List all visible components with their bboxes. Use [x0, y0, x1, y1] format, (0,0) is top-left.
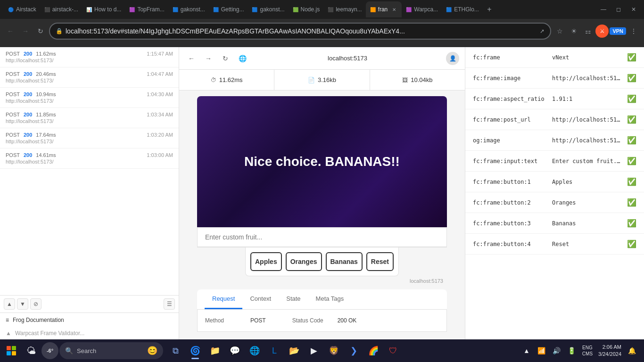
tab-nodejs[interactable]: 🟩 Node.js [289, 1, 324, 17]
frame-forward-button[interactable]: → [202, 52, 215, 65]
tab-airstack[interactable]: 🔵 Airstack [4, 1, 40, 17]
ethglo-favicon: 🟦 [446, 6, 452, 13]
clear-log-button[interactable]: ⊘ [30, 298, 41, 310]
request-time: 10.94ms [36, 91, 56, 97]
tab-fran-close[interactable]: ✕ [390, 6, 398, 13]
taskbar-app-teams[interactable]: 💬 [225, 341, 244, 360]
tab-airstack-gh[interactable]: ⬛ airstack-... [40, 1, 82, 17]
leemay-favicon: ⬛ [327, 6, 334, 13]
more-options-icon[interactable]: ⋮ [627, 25, 640, 38]
forward-button[interactable]: → [19, 25, 32, 38]
request-item[interactable]: POST 200 14.61ms 1:03:00 AM http://local… [0, 148, 179, 169]
meta-value-button-3: Bananas [552, 220, 623, 227]
tray-chevron-icon[interactable]: ▲ [520, 344, 533, 357]
brave-shield-icon[interactable]: ⚔ [595, 25, 609, 38]
request-time: 11.62ms [36, 51, 56, 57]
frame-image-text: Nice choice. BANANAS!! [244, 154, 400, 169]
minimize-button[interactable]: ― [597, 3, 610, 16]
request-item[interactable]: POST 200 10.94ms 1:04:30 AM http://local… [0, 88, 179, 108]
tab-howto[interactable]: 📊 How to d... [82, 1, 125, 17]
metric-uncompressed: 🖼 10.04kb [370, 70, 465, 90]
scroll-down-button[interactable]: ▼ [17, 298, 28, 310]
taskbar: 🌤 -6° 🔍 Search 😊 ⧉ 🌀 📁 💬 🌐 L 📂 [0, 339, 644, 362]
frame-custom-input[interactable] [198, 228, 446, 247]
sidebar-item-frog-docs[interactable]: ≡ Frog Documentation [0, 313, 179, 327]
frame-button-apples[interactable]: Apples [250, 252, 282, 271]
frame-button-oranges[interactable]: Oranges [286, 252, 322, 271]
tab-topframe[interactable]: 🟪 TopFram... [125, 1, 168, 17]
tab-gakonst2[interactable]: 🟦 gakonst... [248, 1, 288, 17]
language-indicator[interactable]: ENG CMS [580, 345, 594, 357]
back-button[interactable]: ← [4, 25, 17, 38]
warpcast-favicon: 🟪 [405, 6, 412, 13]
log-options-button[interactable]: ☰ [164, 298, 175, 310]
notifications-icon[interactable]: 🔔 [625, 344, 638, 357]
share-icon[interactable]: ➚ [540, 28, 545, 34]
vpn-badge[interactable]: VPN [610, 27, 626, 35]
tab-ethglo[interactable]: 🟦 ETHGlo... [442, 1, 483, 17]
taskbar-app-chrome[interactable]: 🌈 [364, 341, 383, 360]
taskbar-app-browser2[interactable]: 🌐 [245, 341, 264, 360]
frame-image: Nice choice. BANANAS!! [197, 96, 447, 227]
widgets-button[interactable]: 🌤 [22, 341, 41, 360]
taskbar-app-powershell[interactable]: ❯ [344, 341, 363, 360]
taskbar-app-security[interactable]: 🛡 [384, 341, 403, 360]
request-item[interactable]: POST 200 11.62ms 1:15:47 AM http://local… [0, 47, 179, 67]
method-label: Method [205, 317, 243, 324]
search-bar[interactable]: 🔍 Search 😊 [59, 342, 163, 359]
frame-button-reset[interactable]: Reset [366, 252, 394, 271]
request-status: 200 [24, 152, 32, 158]
request-item[interactable]: POST 200 20.46ms 1:04:47 AM http://local… [0, 67, 179, 88]
tab-leemay[interactable]: ⬛ leemayn... [323, 1, 365, 17]
taskbar-app-taskview[interactable]: ⧉ [166, 341, 185, 360]
tab-fran[interactable]: 🟧 fran ✕ [366, 1, 402, 17]
taskbar-app-files2[interactable]: 📂 [285, 341, 304, 360]
taskbar-app-file-explorer[interactable]: 📁 [206, 341, 224, 360]
close-button[interactable]: ✕ [627, 3, 640, 16]
start-button[interactable] [2, 341, 21, 360]
metric-time-value: 11.62ms [219, 76, 243, 83]
network-icon[interactable]: 📶 [535, 344, 548, 357]
meta-value-frame-image: http://localhost:5173/i... [552, 75, 623, 82]
tab-context[interactable]: Context [242, 289, 279, 309]
clock-display[interactable]: 2:06 AM 3/24/2024 [596, 344, 623, 358]
tab-gakonst[interactable]: 🟦 gakonst... [168, 1, 209, 17]
left-panel: POST 200 11.62ms 1:15:47 AM http://local… [0, 47, 179, 339]
tab-request[interactable]: Request [205, 289, 242, 309]
request-url: http://localhost:5173/ [6, 118, 173, 124]
taskbar-app-brave[interactable]: 🦁 [324, 341, 343, 360]
extensions-icon[interactable]: ⚏ [581, 25, 594, 38]
volume-icon[interactable]: 🔊 [550, 344, 563, 357]
tab-meta-tags[interactable]: Meta Tags [308, 289, 352, 309]
taskbar-app-outlook[interactable]: L [265, 341, 284, 360]
bookmark-icon[interactable]: ☆ [553, 25, 566, 38]
meta-check-button-3: ✅ [627, 219, 636, 228]
frame-reload-button[interactable]: ↻ [219, 52, 232, 65]
frame-globe-button[interactable]: 🌐 [236, 52, 249, 65]
clock-icon: ⏱ [211, 77, 216, 83]
tab-getting[interactable]: 🟦 Getting... [209, 1, 248, 17]
tab-ethglo-label: ETHGlo... [454, 6, 479, 13]
tab-warpcast-label: Warpca... [414, 6, 438, 13]
frame-request-details: Method POST Status Code 200 OK [197, 310, 447, 332]
tab-warpcast[interactable]: 🟪 Warpca... [402, 1, 442, 17]
maximize-button[interactable]: ◻ [612, 3, 625, 16]
frame-back-button[interactable]: ← [185, 52, 198, 65]
new-tab-button[interactable]: + [483, 3, 496, 16]
tab-state[interactable]: State [279, 289, 308, 309]
request-status: 200 [24, 132, 32, 138]
sidebar-item-warpcast[interactable]: ▲ Warpcast Frame Validator... [0, 327, 179, 339]
temperature-badge[interactable]: -6° [41, 342, 58, 359]
meta-value-button-1: Apples [552, 179, 623, 185]
request-item[interactable]: POST 200 11.85ms 1:03:34 AM http://local… [0, 108, 179, 128]
profile-icon[interactable]: ☀ [567, 25, 580, 38]
battery-icon[interactable]: 🔋 [565, 344, 578, 357]
address-bar[interactable]: 🔒 localhost:5173/dev#state/N4IgJghgLhDSC… [49, 23, 551, 40]
scroll-up-button[interactable]: ▲ [4, 298, 15, 310]
frame-button-bananas[interactable]: Bananas [326, 252, 363, 271]
taskbar-app-edge[interactable]: 🌀 [186, 341, 205, 360]
request-item[interactable]: POST 200 17.64ms 1:03:20 AM http://local… [0, 128, 179, 148]
reload-button[interactable]: ↻ [34, 25, 47, 38]
search-avatar: 😊 [147, 346, 157, 356]
taskbar-app-media[interactable]: ▶ [305, 341, 323, 360]
